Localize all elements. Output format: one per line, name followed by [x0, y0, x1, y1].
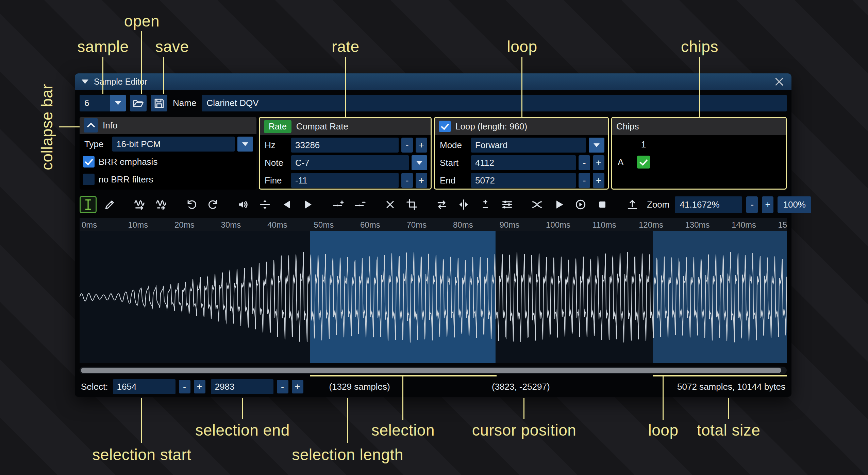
- loop-section: Loop (length: 960) Mode Forward Start 41…: [434, 117, 609, 190]
- type-select[interactable]: 16-bit PCM: [112, 137, 235, 152]
- info-header: Info: [103, 120, 117, 131]
- selection-start-minus-button[interactable]: -: [179, 380, 190, 393]
- loop-end-plus-button[interactable]: +: [593, 173, 604, 188]
- chip-enable-checkbox[interactable]: [637, 156, 650, 169]
- filter-button[interactable]: [499, 196, 516, 213]
- scrollbar-thumb[interactable]: [81, 368, 781, 373]
- chevron-down-icon[interactable]: [237, 137, 253, 152]
- timeline-label: 100ms: [546, 220, 570, 230]
- no-brr-filters-checkbox[interactable]: [83, 174, 95, 185]
- annotation-save: save: [155, 37, 189, 56]
- note-label: Note: [263, 158, 288, 168]
- trim-icon: [406, 198, 418, 211]
- loop-start-plus-button[interactable]: +: [593, 155, 604, 170]
- create-wavetable-button[interactable]: [624, 196, 641, 213]
- close-icon[interactable]: [774, 76, 785, 87]
- select-tool-button[interactable]: [80, 196, 97, 213]
- fine-input[interactable]: -11: [291, 173, 399, 188]
- loop-start-label: Start: [438, 158, 468, 168]
- zoom-input[interactable]: 41.1672%: [675, 196, 742, 213]
- chips-header: Chips: [616, 121, 639, 132]
- stop-preview-button[interactable]: [594, 196, 611, 213]
- resample-button[interactable]: [153, 196, 170, 213]
- sample-select[interactable]: 6: [80, 95, 126, 111]
- invert-button[interactable]: [455, 196, 472, 213]
- hz-plus-button[interactable]: +: [416, 138, 427, 153]
- annotation-line: [102, 57, 103, 94]
- selection-start-input[interactable]: 1654: [113, 379, 176, 394]
- resize-button[interactable]: [131, 196, 148, 213]
- draw-tool-icon: [104, 198, 116, 211]
- preview-from-cursor-button[interactable]: [572, 196, 589, 213]
- timeline-label: 140ms: [732, 220, 756, 230]
- collapse-triangle-icon[interactable]: [82, 80, 88, 84]
- waveform-canvas[interactable]: [80, 231, 787, 363]
- apply-silence-icon: [354, 198, 366, 211]
- fade-in-button[interactable]: [278, 196, 295, 213]
- selection-start-plus-button[interactable]: +: [194, 380, 205, 393]
- zoom-out-button[interactable]: -: [746, 196, 758, 213]
- annotation-line: [402, 376, 403, 420]
- chevron-down-icon[interactable]: [589, 138, 604, 153]
- timeline-label: 20ms: [174, 220, 195, 230]
- amplify-icon: [237, 198, 249, 211]
- annotation-selection-start: selection start: [92, 445, 191, 464]
- preview-button[interactable]: [550, 196, 567, 213]
- resize-icon: [134, 198, 146, 211]
- fine-minus-button[interactable]: -: [401, 173, 413, 188]
- selection-end-plus-button[interactable]: +: [292, 380, 303, 393]
- loop-end-input[interactable]: 5072: [471, 173, 576, 188]
- save-button[interactable]: [151, 95, 167, 111]
- zoom-in-button[interactable]: +: [762, 196, 773, 213]
- sections-row: Info Type 16-bit PCM BRR emphasis no BRR…: [80, 117, 787, 190]
- loop-checkbox[interactable]: [439, 121, 451, 132]
- annotation-cursor-position: cursor position: [472, 421, 577, 439]
- insert-silence-button[interactable]: [330, 196, 347, 213]
- normalize-button[interactable]: [256, 196, 273, 213]
- undo-button[interactable]: [183, 196, 200, 213]
- rate-header: Compat Rate: [296, 121, 348, 132]
- collapse-bar-button[interactable]: [84, 118, 98, 133]
- selection-end-minus-button[interactable]: -: [277, 380, 288, 393]
- loop-end-minus-button[interactable]: -: [579, 173, 590, 188]
- annotation-chips: chips: [681, 37, 718, 56]
- zoom-cluster: Zoom 41.1672% - + 100%: [646, 196, 811, 213]
- selection-end-input[interactable]: 2983: [211, 379, 273, 394]
- chip-column-label: 1: [635, 139, 652, 150]
- annotation-rate: rate: [332, 37, 359, 56]
- crossfade-button[interactable]: [529, 196, 546, 213]
- sign-invert-button[interactable]: [477, 196, 494, 213]
- rate-section: Rate Compat Rate Hz 33286 - + Note C-7 F…: [259, 117, 432, 190]
- fade-out-button[interactable]: [300, 196, 317, 213]
- select-label: Select:: [80, 382, 110, 392]
- loop-start-minus-button[interactable]: -: [579, 155, 590, 170]
- timeline-label: 130ms: [685, 220, 710, 230]
- redo-button[interactable]: [205, 196, 222, 213]
- chevron-down-icon[interactable]: [412, 155, 427, 170]
- tool-icons: [80, 196, 646, 213]
- chip-row-label: A: [618, 157, 633, 168]
- brr-emphasis-checkbox[interactable]: [83, 156, 95, 168]
- draw-tool-button[interactable]: [101, 196, 118, 213]
- hz-minus-button[interactable]: -: [401, 138, 413, 153]
- loop-start-input[interactable]: 4112: [471, 155, 576, 170]
- fine-plus-button[interactable]: +: [416, 173, 427, 188]
- preview-from-cursor-icon: [574, 198, 587, 211]
- annotation-line: [59, 126, 80, 127]
- hz-input[interactable]: 33286: [291, 138, 399, 153]
- note-input[interactable]: C-7: [291, 155, 409, 170]
- open-button[interactable]: [130, 95, 147, 111]
- zoom-label: Zoom: [646, 199, 671, 210]
- apply-silence-button[interactable]: [352, 196, 369, 213]
- reverse-button[interactable]: [433, 196, 450, 213]
- horizontal-scrollbar: [80, 367, 787, 374]
- loop-mode-select[interactable]: Forward: [471, 138, 586, 153]
- amplify-button[interactable]: [235, 196, 252, 213]
- annotation-selection: selection: [371, 421, 435, 439]
- zoom-reset-button[interactable]: 100%: [778, 196, 811, 213]
- type-label: Type: [83, 139, 110, 149]
- delete-button[interactable]: [382, 196, 399, 213]
- redo-icon: [207, 198, 219, 211]
- trim-button[interactable]: [403, 196, 420, 213]
- reverse-icon: [436, 198, 448, 211]
